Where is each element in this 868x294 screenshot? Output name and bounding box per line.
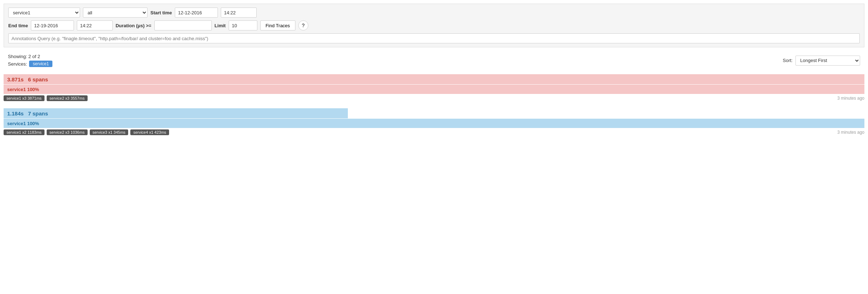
operation-select[interactable]: all op1 op2 <box>83 8 148 18</box>
trace-time: 3 minutes ago <box>837 96 864 101</box>
help-button[interactable]: ? <box>298 20 308 30</box>
trace-duration: 1.184s <box>7 110 24 117</box>
trace-duration: 3.871s <box>7 76 24 82</box>
sort-row: Sort: Longest First Shortest First Newes… <box>783 56 860 66</box>
end-time-label: End time <box>8 23 28 28</box>
services-label: Services: <box>8 61 27 67</box>
traces-container: 3.871s 6 spans service1 100% service1 x3… <box>4 74 864 135</box>
trace-footer: service1 x3 3871ms service2 x3 3557ms 3 … <box>4 95 864 101</box>
top-panel: service1 service2 service3 all op1 op2 S… <box>4 4 864 47</box>
trace-tag: service2 x3 1036ms <box>47 129 88 135</box>
start-time-input[interactable] <box>221 8 257 18</box>
start-date-input[interactable] <box>175 8 218 18</box>
service-badge[interactable]: service1 <box>29 61 52 67</box>
trace-spans: 6 spans <box>28 76 48 82</box>
find-traces-button[interactable]: Find Traces <box>260 20 295 30</box>
trace-card-inner[interactable]: 1.184s 7 spans service1 100% service1 x2… <box>4 108 864 135</box>
annotations-input[interactable] <box>8 33 860 43</box>
sort-label: Sort: <box>783 58 793 63</box>
end-time-input[interactable] <box>77 20 113 30</box>
duration-label: Duration (μs) >= <box>116 23 151 28</box>
trace-spans: 7 spans <box>28 110 48 117</box>
help-icon: ? <box>302 23 305 28</box>
trace-tag: service1 x2 1183ms <box>4 129 45 135</box>
trace-card-inner[interactable]: 3.871s 6 spans service1 100% service1 x3… <box>4 74 864 101</box>
trace-tag: service4 x1 423ms <box>130 129 169 135</box>
limit-input[interactable] <box>229 20 257 30</box>
trace-card[interactable]: 1.184s 7 spans service1 100% service1 x2… <box>4 108 864 135</box>
sort-select[interactable]: Longest First Shortest First Newest Firs… <box>795 56 860 66</box>
trace-tag: service3 x1 345ms <box>90 129 129 135</box>
results-left: Showing: 2 of 2 Services: service1 <box>8 54 52 67</box>
trace-tags: service1 x3 3871ms service2 x3 3557ms <box>4 95 88 101</box>
trace-card[interactable]: 3.871s 6 spans service1 100% service1 x3… <box>4 74 864 101</box>
service-select[interactable]: service1 service2 service3 <box>8 8 80 18</box>
trace-tag: service2 x3 3557ms <box>47 95 88 101</box>
duration-input[interactable] <box>154 20 212 30</box>
trace-footer: service1 x2 1183ms service2 x3 1036ms se… <box>4 129 864 135</box>
limit-label: Limit <box>215 23 226 28</box>
trace-time: 3 minutes ago <box>837 130 864 135</box>
trace-duration-bar: 1.184s 7 spans <box>4 108 348 118</box>
results-bar: Showing: 2 of 2 Services: service1 Sort:… <box>4 51 864 68</box>
trace-tags: service1 x2 1183ms service2 x3 1036ms se… <box>4 129 169 135</box>
services-row: Services: service1 <box>8 61 52 67</box>
trace-duration-bar: 3.871s 6 spans <box>4 74 864 84</box>
end-date-input[interactable] <box>31 20 74 30</box>
trace-service-bar: service1 100% <box>4 85 864 94</box>
showing-text: Showing: 2 of 2 <box>8 54 52 59</box>
trace-service-bar: service1 100% <box>4 119 864 128</box>
start-time-label: Start time <box>150 10 172 15</box>
trace-tag: service1 x3 3871ms <box>4 95 45 101</box>
